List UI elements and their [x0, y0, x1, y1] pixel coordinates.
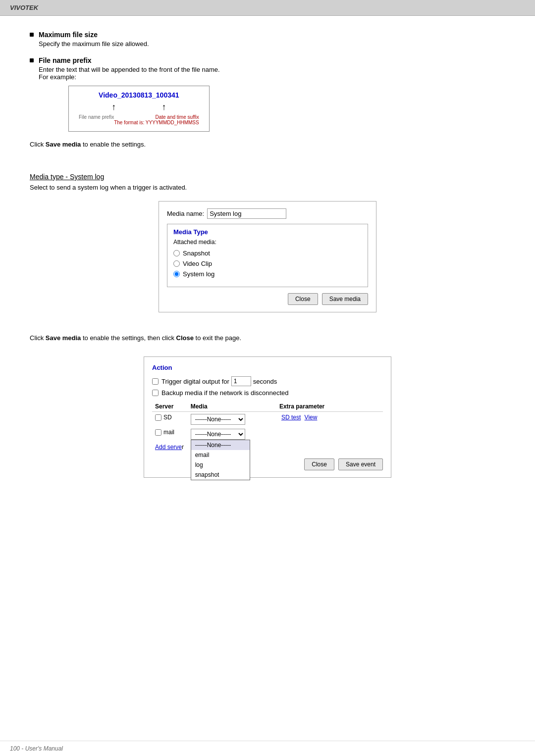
table-row: SD ------None----- email log snapshot: [152, 412, 383, 427]
radio-snapshot-input[interactable]: [173, 250, 180, 256]
media-type-group: Media Type Attached media: Snapshot Vide…: [167, 224, 368, 287]
attached-label: Attached media:: [173, 239, 362, 246]
media-name-row: Media name:: [167, 208, 368, 219]
table-row: mail ------None----- email log snapshot: [152, 427, 383, 442]
bullet-icon-2: [30, 58, 34, 62]
add-server-link[interactable]: Add serve: [155, 444, 182, 451]
td-sd-extra: SD test View: [276, 412, 383, 427]
td-add-extra: [276, 442, 383, 454]
media-type-heading: Media type - System log: [30, 173, 505, 181]
filename-label-left: File name prefix: [79, 114, 114, 125]
th-extra: Extra parameter: [276, 402, 383, 412]
bullet-desc-prefix-1: Enter the text that will be appended to …: [39, 66, 220, 73]
filename-arrows: ↑ ↑: [79, 102, 199, 112]
mail-media-dropdown-popup: ------None----- email log snapshot: [191, 440, 250, 480]
media-type-group-title: Media Type: [173, 228, 362, 236]
td-mail-check: mail: [152, 427, 188, 442]
main-content: Maximum file size Specify the maximum fi…: [0, 16, 535, 527]
bullet-content-max-file: Maximum file size Specify the maximum fi…: [39, 31, 149, 48]
sd-media-select[interactable]: ------None----- email log snapshot: [191, 414, 245, 425]
media-panel: Media name: Media Type Attached media: S…: [159, 201, 376, 312]
sd-checkbox[interactable]: [155, 414, 161, 421]
radio-systemlog[interactable]: System log: [173, 270, 362, 278]
mail-label: mail: [163, 429, 174, 436]
trigger-digital-row: Trigger digital output for seconds: [152, 376, 383, 386]
media-panel-buttons: Close Save media: [167, 293, 368, 305]
trigger-label2: seconds: [253, 378, 277, 385]
filename-labels: File name prefix Date and time suffix Th…: [79, 114, 199, 125]
media-close-button[interactable]: Close: [288, 293, 318, 305]
media-save-button[interactable]: Save media: [322, 293, 368, 305]
media-type-desc: Select to send a system log when a trigg…: [30, 184, 505, 191]
backup-media-checkbox[interactable]: [152, 390, 159, 396]
radio-systemlog-input[interactable]: [173, 271, 180, 277]
trigger-value-input[interactable]: [231, 376, 251, 386]
add-server-r: r: [182, 444, 184, 451]
bullet-content-prefix: File name prefix Enter the text that wil…: [39, 56, 220, 132]
action-table: Server Media Extra parameter SD: [152, 402, 383, 454]
drop-snapshot[interactable]: snapshot: [191, 470, 250, 480]
mail-media-dropdown-wrapper: ------None----- email log snapshot -----…: [191, 429, 245, 440]
radio-videoclip-label: Video Clip: [183, 260, 212, 267]
filename-value: Video_20130813_100341: [79, 91, 199, 99]
action-close-button[interactable]: Close: [304, 458, 334, 470]
drop-log[interactable]: log: [191, 460, 250, 470]
table-header-row: Server Media Extra parameter: [152, 402, 383, 412]
bullet-title-max-file: Maximum file size: [39, 31, 149, 39]
table-row: Add server dia ▼: [152, 442, 383, 454]
bullet-desc-prefix-2: For example:: [39, 73, 220, 81]
bullet-desc-max-file: Specify the maximum file size allowed.: [39, 40, 149, 48]
drop-email[interactable]: email: [191, 450, 250, 460]
filename-label-right: Date and time suffix The format is: YYYY…: [114, 114, 199, 125]
bullet-item-max-file-size: Maximum file size Specify the maximum fi…: [30, 31, 505, 48]
arrow-prefix: ↑: [111, 102, 116, 112]
td-mail-media: ------None----- email log snapshot -----…: [188, 427, 276, 442]
filename-example-box: Video_20130813_100341 ↑ ↑ File name pref…: [68, 86, 210, 132]
brand-logo: VIVOTEK: [10, 4, 38, 11]
sd-label: SD: [163, 414, 172, 421]
td-sd-media: ------None----- email log snapshot: [188, 412, 276, 427]
save-close-instruction: Click Save media to enable the settings,…: [30, 334, 505, 342]
footer: 100 - User's Manual: [0, 741, 535, 756]
save-media-instruction: Click Save media to enable the settings.: [30, 141, 505, 148]
media-name-label: Media name:: [167, 210, 204, 217]
view-link[interactable]: View: [305, 414, 318, 421]
action-panel-buttons: Close Save event: [152, 458, 383, 470]
th-media: Media: [188, 402, 276, 412]
media-name-input[interactable]: [207, 208, 286, 219]
action-panel: Action Trigger digital output for second…: [144, 356, 391, 478]
backup-media-row: Backup media if the network is disconnec…: [152, 389, 383, 397]
arrow-date: ↑: [161, 102, 166, 112]
trigger-digital-checkbox[interactable]: [152, 378, 159, 385]
trigger-label1: Trigger digital output for: [161, 378, 229, 385]
radio-systemlog-label: System log: [183, 270, 214, 278]
bullet-title-prefix: File name prefix: [39, 56, 220, 64]
td-add-server: Add server: [152, 442, 188, 454]
mail-media-select[interactable]: ------None----- email log snapshot: [191, 429, 245, 440]
radio-videoclip[interactable]: Video Clip: [173, 260, 362, 267]
td-mail-extra: [276, 427, 383, 442]
footer-text: 100 - User's Manual: [10, 745, 63, 752]
radio-videoclip-input[interactable]: [173, 260, 180, 267]
header: VIVOTEK: [0, 0, 535, 16]
drop-none[interactable]: ------None-----: [191, 440, 250, 450]
bullet-icon: [30, 33, 34, 37]
action-title: Action: [152, 364, 383, 371]
radio-snapshot-label: Snapshot: [183, 250, 210, 257]
td-sd-check: SD: [152, 412, 188, 427]
sd-test-link[interactable]: SD test: [281, 414, 301, 421]
th-server: Server: [152, 402, 188, 412]
backup-media-label: Backup media if the network is disconnec…: [161, 389, 289, 397]
bullet-item-file-prefix: File name prefix Enter the text that wil…: [30, 56, 505, 132]
radio-snapshot[interactable]: Snapshot: [173, 250, 362, 257]
mail-checkbox[interactable]: [155, 429, 161, 436]
action-save-button[interactable]: Save event: [338, 458, 383, 470]
